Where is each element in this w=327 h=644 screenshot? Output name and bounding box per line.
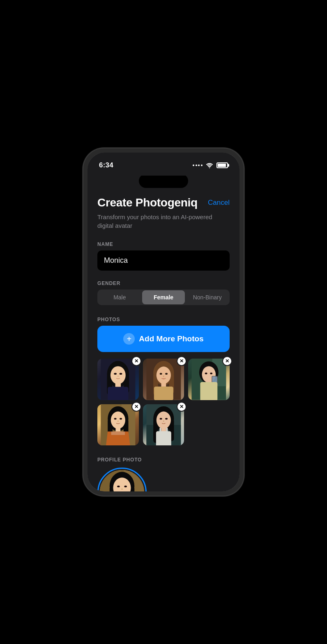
svg-rect-40 — [115, 428, 120, 431]
silent-switch — [83, 190, 84, 203]
photo-thumb-1 — [97, 359, 139, 400]
svg-point-8 — [117, 376, 119, 377]
svg-point-61 — [117, 486, 120, 487]
page-header: Create Photogeniq Cancel — [97, 196, 230, 209]
volume-up-button — [83, 210, 84, 232]
page-title: Create Photogeniq — [97, 196, 198, 209]
svg-rect-20 — [161, 383, 166, 387]
name-section-label: NAME — [97, 241, 230, 247]
page-subtitle: Transform your photos into an AI-powered… — [97, 213, 230, 230]
profile-photo-label: PROFILE PHOTO — [97, 457, 230, 463]
close-icon: ✕ — [134, 359, 138, 364]
svg-point-38 — [120, 418, 122, 419]
svg-point-16 — [159, 373, 162, 375]
svg-point-63 — [121, 489, 123, 490]
profile-photo-container[interactable] — [97, 468, 147, 491]
svg-point-7 — [120, 373, 122, 375]
svg-point-15 — [156, 366, 170, 384]
close-icon: ✕ — [225, 359, 229, 364]
status-bar: 6:34 — [88, 153, 239, 176]
name-input[interactable] — [97, 250, 230, 271]
svg-point-18 — [163, 376, 164, 377]
screen: 6:34 — [88, 153, 239, 491]
gender-section-label: GENDER — [97, 280, 230, 286]
svg-point-0 — [209, 167, 210, 168]
photo-item-5: ✕ — [143, 404, 184, 446]
wifi-icon — [206, 162, 213, 168]
svg-point-27 — [210, 373, 213, 374]
gender-option-nonbinary[interactable]: Non-Binary — [186, 290, 229, 304]
svg-point-62 — [124, 486, 127, 487]
status-icons — [193, 162, 228, 168]
svg-point-26 — [205, 373, 207, 374]
profile-photo — [100, 470, 144, 491]
svg-point-6 — [114, 373, 117, 375]
plus-icon: + — [123, 333, 135, 345]
signal-dots-icon — [193, 164, 203, 166]
battery-fill — [218, 164, 226, 167]
remove-photo-3-button[interactable]: ✕ — [222, 356, 232, 366]
svg-rect-51 — [161, 428, 166, 431]
battery-icon — [216, 162, 228, 168]
photo-thumb-3 — [188, 359, 230, 400]
power-button — [243, 216, 244, 245]
main-content: Create Photogeniq Cancel Transform your … — [88, 188, 239, 491]
svg-point-47 — [156, 411, 170, 429]
svg-point-17 — [165, 373, 168, 375]
profile-photo-section: PROFILE PHOTO — [97, 457, 230, 491]
volume-down-button — [83, 237, 84, 258]
cancel-button[interactable]: Cancel — [208, 196, 230, 208]
svg-point-48 — [159, 418, 162, 419]
svg-rect-9 — [115, 383, 121, 387]
phone-shell: 6:34 — [83, 148, 244, 496]
close-icon: ✕ — [134, 404, 138, 409]
svg-rect-30 — [200, 382, 218, 400]
photo-item-1: ✕ — [97, 359, 139, 400]
remove-photo-2-button[interactable]: ✕ — [177, 356, 187, 366]
gender-option-male[interactable]: Male — [98, 290, 141, 304]
add-photos-label: Add More Photos — [139, 334, 203, 343]
dynamic-island — [139, 174, 188, 188]
photos-section-label: PHOTOS — [97, 317, 230, 322]
photo-grid: ✕ — [97, 359, 230, 445]
close-icon: ✕ — [180, 404, 184, 409]
photo-item-2: ✕ — [143, 359, 184, 400]
svg-rect-10 — [108, 387, 128, 400]
close-icon: ✕ — [180, 359, 184, 364]
svg-rect-52 — [156, 431, 171, 445]
svg-point-49 — [165, 418, 168, 419]
svg-point-39 — [117, 421, 119, 422]
svg-rect-53 — [159, 428, 161, 433]
remove-photo-1-button[interactable]: ✕ — [131, 356, 141, 366]
gender-selector: Male Female Non-Binary — [97, 290, 230, 305]
svg-rect-21 — [154, 387, 173, 400]
svg-point-19 — [162, 378, 165, 379]
svg-rect-54 — [166, 428, 168, 433]
photo-item-3: ✕ — [188, 359, 230, 400]
svg-rect-41 — [111, 431, 125, 435]
status-time: 6:34 — [99, 161, 113, 169]
svg-point-50 — [163, 421, 164, 422]
photo-item-4: ✕ — [97, 404, 139, 446]
svg-point-5 — [111, 366, 126, 384]
svg-point-36 — [111, 411, 125, 429]
remove-photo-4-button[interactable]: ✕ — [131, 402, 141, 412]
remove-photo-5-button[interactable]: ✕ — [177, 402, 187, 412]
photo-thumb-4 — [97, 404, 139, 446]
gender-option-female[interactable]: Female — [142, 290, 185, 304]
add-photos-button[interactable]: + Add More Photos — [97, 326, 230, 352]
svg-point-37 — [114, 418, 117, 419]
